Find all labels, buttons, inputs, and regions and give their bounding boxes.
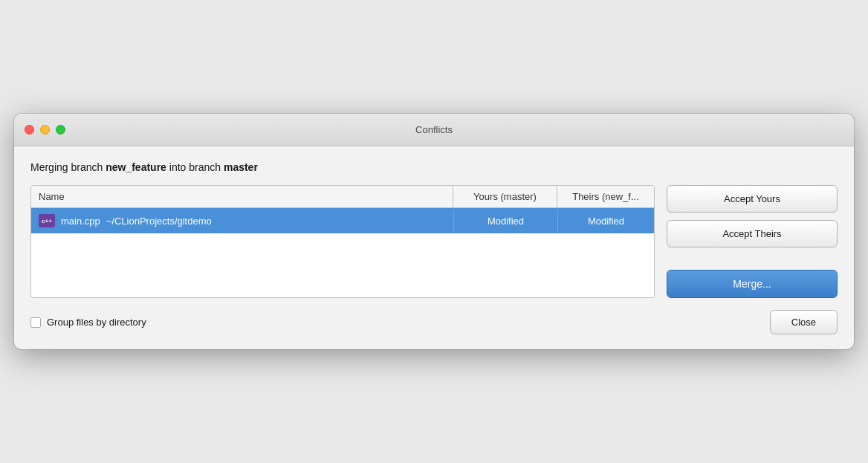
- merge-info: Merging branch new_feature into branch m…: [30, 161, 838, 173]
- group-files-text: Group files by directory: [47, 317, 146, 328]
- cpp-file-icon: c++: [39, 214, 55, 227]
- file-name: main.cpp: [61, 216, 100, 227]
- file-icon-label: c++: [42, 218, 52, 224]
- accept-yours-button[interactable]: Accept Yours: [667, 185, 838, 213]
- row-theirs-status: Modified: [557, 210, 654, 233]
- group-files-checkbox[interactable]: [30, 317, 41, 328]
- source-branch: new_feature: [106, 161, 166, 173]
- main-area: Name Yours (master) Theirs (new_f... c++…: [30, 185, 838, 298]
- row-file-name: c++ main.cpp ~/CLionProjects/gitdemo: [31, 208, 453, 233]
- merge-button[interactable]: Merge...: [667, 270, 838, 298]
- merge-prefix: Merging branch: [30, 161, 106, 173]
- merge-middle: into branch: [166, 161, 224, 173]
- row-yours-status: Modified: [453, 210, 557, 233]
- col-header-name: Name: [31, 186, 453, 207]
- col-header-yours: Yours (master): [453, 186, 557, 207]
- close-button[interactable]: Close: [770, 310, 838, 334]
- conflicts-window: Conflicts Merging branch new_feature int…: [14, 114, 854, 349]
- window-content: Merging branch new_feature into branch m…: [14, 146, 854, 349]
- table-row[interactable]: c++ main.cpp ~/CLionProjects/gitdemo Mod…: [31, 208, 654, 233]
- conflict-table: Name Yours (master) Theirs (new_f... c++…: [30, 185, 655, 298]
- file-path: ~/CLionProjects/gitdemo: [106, 216, 212, 227]
- buttons-section: Accept Yours Accept Theirs Merge...: [667, 185, 838, 298]
- group-files-label[interactable]: Group files by directory: [30, 317, 146, 328]
- close-window-button[interactable]: [25, 125, 34, 135]
- window-title: Conflicts: [415, 124, 453, 135]
- minimize-window-button[interactable]: [40, 125, 50, 135]
- maximize-window-button[interactable]: [56, 125, 65, 135]
- target-branch: master: [224, 161, 258, 173]
- col-header-theirs: Theirs (new_f...: [557, 186, 654, 207]
- table-section: Name Yours (master) Theirs (new_f... c++…: [30, 185, 655, 298]
- table-header: Name Yours (master) Theirs (new_f...: [31, 186, 654, 208]
- traffic-lights: [25, 125, 65, 135]
- titlebar: Conflicts: [14, 114, 854, 146]
- button-spacer: [667, 255, 838, 262]
- table-body: c++ main.cpp ~/CLionProjects/gitdemo Mod…: [31, 208, 654, 297]
- accept-theirs-button[interactable]: Accept Theirs: [667, 220, 838, 247]
- bottom-section: Group files by directory Close: [30, 310, 838, 334]
